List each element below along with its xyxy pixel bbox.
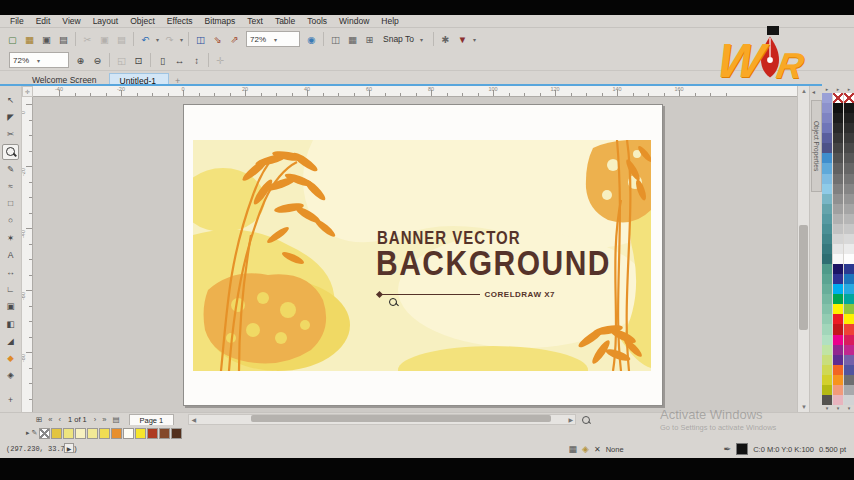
color-swatch[interactable] (822, 365, 832, 375)
zoom-out-button[interactable]: ⊖ (89, 52, 106, 68)
zoom-to-page-width-button[interactable]: ↔ (171, 52, 188, 68)
no-color-swatch[interactable] (39, 428, 50, 439)
show-rulers-button[interactable]: ◫ (327, 31, 344, 47)
coordinates-play-icon[interactable]: ▶ (64, 443, 74, 453)
color-swatch[interactable] (822, 194, 832, 204)
show-grid-button[interactable]: ▦ (344, 31, 361, 47)
page-1-tab[interactable]: Page 1 (129, 414, 175, 425)
color-swatch[interactable] (822, 234, 832, 244)
document-page[interactable]: BANNER VECTOR BACKGROUND CORELDRAW X7 (183, 104, 663, 406)
document-color-swatch[interactable] (111, 428, 122, 439)
color-swatch[interactable] (833, 113, 843, 123)
menu-item-layout[interactable]: Layout (87, 16, 125, 26)
zoom-to-selected-button[interactable]: ◱ (113, 52, 130, 68)
color-swatch[interactable] (833, 355, 843, 365)
previous-page-icon[interactable]: ‹ (55, 415, 64, 424)
color-swatch[interactable] (822, 274, 832, 284)
toolbar-zoom-combo[interactable]: 72%▾ (246, 31, 300, 47)
color-swatch[interactable] (844, 174, 854, 184)
menu-item-view[interactable]: View (56, 16, 86, 26)
launcher-dropdown-icon[interactable]: ▾ (471, 36, 478, 43)
color-swatch[interactable] (822, 224, 832, 234)
no-color-swatch[interactable] (833, 93, 843, 103)
no-color-swatch[interactable] (844, 93, 854, 103)
first-page-icon[interactable]: « (45, 415, 55, 424)
scroll-left-icon[interactable]: ◀ (189, 416, 198, 423)
color-swatch[interactable] (822, 324, 832, 334)
color-swatch[interactable] (822, 335, 832, 345)
menu-item-effects[interactable]: Effects (161, 16, 199, 26)
outline-color-swatch[interactable] (736, 443, 748, 455)
color-swatch[interactable] (844, 133, 854, 143)
save-document-button[interactable]: ▣ (38, 31, 55, 47)
color-swatch[interactable] (844, 365, 854, 375)
document-color-swatch[interactable] (135, 428, 146, 439)
polygon-tool[interactable]: ✶ (2, 230, 19, 246)
document-color-swatch[interactable] (75, 428, 86, 439)
color-swatch[interactable] (833, 335, 843, 345)
vertical-scrollbar[interactable]: ▲ ▼ (797, 86, 809, 412)
fill-bucket-icon[interactable]: ◈ (582, 444, 589, 454)
color-swatch[interactable] (833, 123, 843, 133)
color-swatch[interactable] (822, 294, 832, 304)
menu-item-window[interactable]: Window (333, 16, 375, 26)
document-color-swatch[interactable] (63, 428, 74, 439)
import-button[interactable]: ⇘ (209, 31, 226, 47)
color-swatch[interactable] (822, 254, 832, 264)
banner-artwork[interactable]: BANNER VECTOR BACKGROUND CORELDRAW X7 (193, 140, 651, 371)
zoom-in-button[interactable]: ⊕ (72, 52, 89, 68)
color-swatch[interactable] (822, 304, 832, 314)
color-swatch[interactable] (822, 385, 832, 395)
color-swatch[interactable] (833, 143, 843, 153)
vertical-ruler[interactable]: 0-20-40-60-80 (22, 97, 33, 412)
pan-zoom-icon[interactable] (582, 416, 590, 424)
color-swatch[interactable] (822, 133, 832, 143)
menu-item-file[interactable]: File (4, 16, 30, 26)
docker-tab-object-properties[interactable]: Object Properties (811, 100, 822, 192)
document-color-swatch[interactable] (159, 428, 170, 439)
color-swatch[interactable] (822, 395, 832, 405)
color-swatch[interactable] (833, 163, 843, 173)
color-swatch[interactable] (822, 174, 832, 184)
color-swatch[interactable] (833, 274, 843, 284)
menu-item-bitmaps[interactable]: Bitmaps (199, 16, 242, 26)
document-color-swatch[interactable] (171, 428, 182, 439)
color-swatch[interactable] (822, 244, 832, 254)
color-swatch[interactable] (822, 184, 832, 194)
color-swatch[interactable] (833, 153, 843, 163)
color-swatch[interactable] (844, 234, 854, 244)
color-swatch[interactable] (822, 314, 832, 324)
palette-scroll-down-icon[interactable]: ▾ (822, 405, 832, 412)
color-swatch[interactable] (822, 103, 832, 113)
open-document-button[interactable]: ▦ (21, 31, 38, 47)
color-swatch[interactable] (833, 385, 843, 395)
color-swatch[interactable] (844, 284, 854, 294)
color-swatch[interactable] (844, 324, 854, 334)
crop-tool[interactable]: ✂ (2, 126, 19, 142)
palette-eyedropper-icon[interactable]: ✎ (32, 429, 38, 437)
color-swatch[interactable] (844, 224, 854, 234)
export-button[interactable]: ⇗ (226, 31, 243, 47)
color-swatch[interactable] (833, 294, 843, 304)
outline-pen-icon[interactable]: ✒ (724, 444, 732, 454)
color-swatch[interactable] (822, 113, 832, 123)
application-launcher-button[interactable]: ▼ (454, 31, 471, 47)
color-swatch[interactable] (844, 194, 854, 204)
color-swatch[interactable] (833, 254, 843, 264)
last-page-icon[interactable]: » (99, 415, 109, 424)
color-swatch[interactable] (822, 375, 832, 385)
zoom-to-all-objects-button[interactable]: ⊡ (130, 52, 147, 68)
color-swatch[interactable] (844, 184, 854, 194)
paste-button[interactable]: ▤ (113, 31, 130, 47)
color-swatch[interactable] (833, 375, 843, 385)
color-swatch[interactable] (833, 174, 843, 184)
ruler-origin[interactable]: ✛ (22, 86, 33, 97)
text-tool[interactable]: A (2, 247, 19, 263)
add-page-icon[interactable]: ⊞ (33, 415, 45, 424)
color-swatch[interactable] (822, 123, 832, 133)
cut-button[interactable]: ✂ (79, 31, 96, 47)
dimension-tool[interactable]: ↔ (2, 264, 19, 280)
color-swatch[interactable] (833, 194, 843, 204)
color-swatch[interactable] (822, 153, 832, 163)
drawing-canvas[interactable]: BANNER VECTOR BACKGROUND CORELDRAW X7 (33, 97, 797, 412)
